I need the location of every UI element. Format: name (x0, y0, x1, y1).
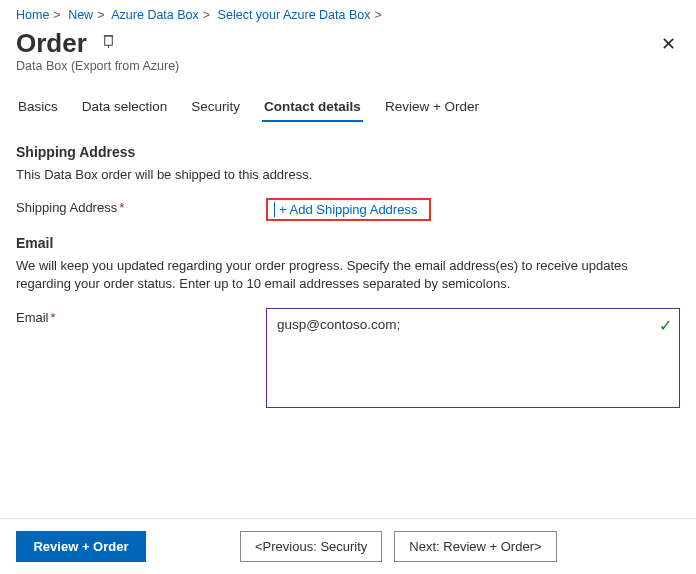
tab-contact-details[interactable]: Contact details (262, 93, 363, 122)
shipping-description: This Data Box order will be shipped to t… (16, 166, 680, 184)
email-field-label: Email* (16, 308, 266, 325)
tab-review-order[interactable]: Review + Order (383, 93, 481, 122)
breadcrumb-azure-data-box[interactable]: Azure Data Box (111, 8, 199, 22)
tab-basics[interactable]: Basics (16, 93, 60, 122)
svg-rect-0 (105, 36, 113, 45)
shipping-field-label: Shipping Address* (16, 198, 266, 215)
tabs: Basics Data selection Security Contact d… (0, 83, 696, 122)
checkmark-icon: ✓ (659, 316, 672, 335)
email-description: We will keep you updated regarding your … (16, 257, 680, 293)
close-icon[interactable]: ✕ (657, 29, 680, 59)
page-title: Order (16, 28, 87, 59)
review-order-button[interactable]: Review + Order (16, 531, 146, 562)
footer: Review + Order <Previous: Security Next:… (0, 518, 696, 574)
add-shipping-highlight: + Add Shipping Address (266, 198, 431, 221)
breadcrumb-select[interactable]: Select your Azure Data Box (218, 8, 371, 22)
breadcrumb: Home> New> Azure Data Box> Select your A… (0, 0, 696, 24)
previous-button[interactable]: <Previous: Security (240, 531, 382, 562)
breadcrumb-new[interactable]: New (68, 8, 93, 22)
next-button[interactable]: Next: Review + Order> (394, 531, 556, 562)
page-subtitle: Data Box (Export from Azure) (0, 59, 696, 83)
breadcrumb-home[interactable]: Home (16, 8, 49, 22)
email-input[interactable] (266, 308, 680, 408)
add-shipping-address-link[interactable]: + Add Shipping Address (274, 202, 417, 217)
pin-icon[interactable] (101, 34, 116, 53)
tab-data-selection[interactable]: Data selection (80, 93, 170, 122)
shipping-heading: Shipping Address (16, 144, 680, 160)
email-heading: Email (16, 235, 680, 251)
tab-security[interactable]: Security (189, 93, 242, 122)
